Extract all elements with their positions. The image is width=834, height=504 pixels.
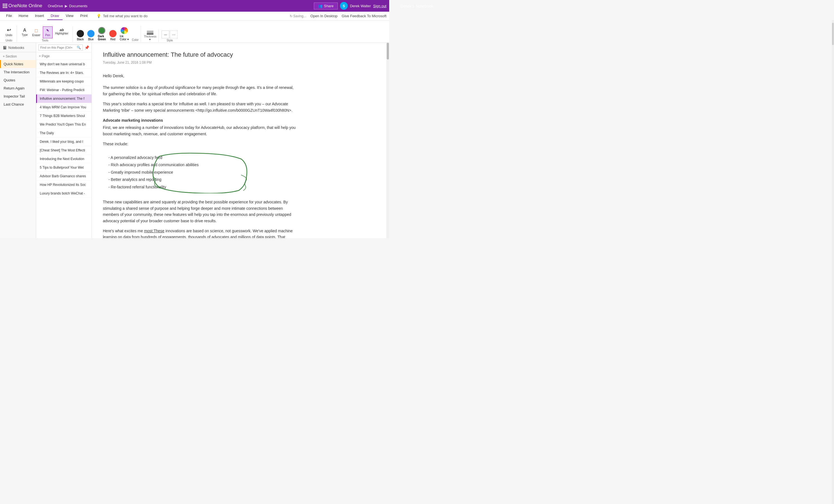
sign-out-link[interactable]: Sign out: [373, 4, 387, 8]
sidebar-item-quotes[interactable]: Quotes: [0, 76, 36, 84]
section-title: Advocate marketing innovations: [103, 117, 298, 123]
color-black[interactable]: Black: [75, 29, 85, 42]
add-page-button[interactable]: + Page: [36, 52, 91, 60]
page-item-15[interactable]: Luxury brands botch WeChat -: [36, 189, 91, 198]
type-button[interactable]: A Type: [20, 26, 30, 38]
page-search-input[interactable]: [40, 46, 77, 49]
main-layout: 📓 Notebooks + Section Quick Notes The In…: [0, 43, 389, 238]
ribbon-tabs: File Home Insert Draw View Print 💡 Tell …: [0, 12, 389, 21]
list-item-2: - Greatly improved mobile experience: [108, 169, 292, 176]
thickness-chevron: ▾: [149, 38, 151, 41]
notebook-icon: 📓: [3, 46, 7, 50]
breadcrumb-part1[interactable]: OneDrive: [48, 4, 63, 8]
ink-color-icon: [120, 27, 128, 34]
color-red[interactable]: Red: [108, 29, 117, 42]
tab-insert[interactable]: Insert: [32, 12, 47, 20]
top-bar-right: 👥 Share S Derek Walter Sign out: [314, 2, 387, 10]
note-meta: Tuesday, June 21, 2016 1:08 PM: [103, 61, 375, 65]
pages-header: 🔍 📌: [36, 43, 91, 52]
page-item-4[interactable]: Influitive announcement: The f: [36, 94, 91, 103]
page-item-8[interactable]: The Daily: [36, 129, 91, 138]
page-search-box[interactable]: 🔍: [38, 44, 83, 50]
black-circle: [77, 30, 84, 37]
eraser-icon: ◻: [35, 28, 38, 33]
notebooks-header[interactable]: 📓 Notebooks: [0, 44, 36, 51]
add-section-button[interactable]: + Section: [0, 53, 36, 60]
sidebar-item-inspector-tail[interactable]: Inspector Tail: [0, 92, 36, 100]
page-item-1[interactable]: The Reviews are In: 4+ Stars.: [36, 69, 91, 77]
pages-list: Why don't we have universal b The Review…: [36, 60, 91, 238]
saving-refresh-icon: ↻: [290, 14, 292, 18]
black-label: Black: [77, 38, 84, 41]
list-items: - A personalized advocacy feed - Rich ad…: [108, 154, 292, 191]
page-item-0[interactable]: Why don't we have universal b: [36, 60, 91, 69]
thickness-line-thick: [147, 33, 153, 35]
tab-print[interactable]: Print: [77, 12, 91, 20]
pin-icon[interactable]: 📌: [85, 45, 89, 50]
ribbon-search[interactable]: 💡 Tell me what you want to do: [96, 14, 147, 18]
style-solid-button[interactable]: —: [161, 30, 169, 38]
note-body: Hello Derek, The summer solstice is a da…: [103, 73, 298, 238]
pen-button[interactable]: ✒ Pen: [43, 26, 52, 38]
user-name[interactable]: Derek Walter: [350, 4, 371, 8]
intersection-label: The Intersection: [4, 70, 29, 74]
sidebar-item-return-again[interactable]: Return Again: [0, 84, 36, 92]
ribbon-search-label: Tell me what you want to do: [103, 14, 147, 18]
pages-panel: 🔍 📌 + Page Why don't we have universal b…: [36, 43, 92, 238]
para4-underline: most:These: [144, 229, 164, 233]
breadcrumb-part2[interactable]: Documents: [69, 4, 88, 8]
add-page-label: + Page: [39, 54, 49, 58]
list-item-1: - Rich advocacy profiles and communicati…: [108, 161, 292, 169]
red-label: Red: [110, 38, 115, 41]
tab-file[interactable]: File: [3, 12, 15, 20]
these-include: These include:: [103, 141, 298, 147]
color-blue[interactable]: Blue: [86, 29, 96, 42]
page-item-12[interactable]: 5 Tips to Bulletproof Your Wet: [36, 163, 91, 172]
section-intro: First, we are releasing a number of inno…: [103, 124, 298, 137]
content-area[interactable]: Influitive announcement: The future of a…: [92, 43, 387, 238]
ribbon-actions-right: ↻ Saving... Open In Desktop Give Feedbac…: [290, 14, 387, 18]
colors-group: Black Blue DarkGreen Red: [73, 26, 141, 42]
app-title: OneNote Online: [8, 3, 42, 8]
page-item-7[interactable]: We Predict You'll Open This En: [36, 120, 91, 129]
sidebar-item-quick-notes[interactable]: Quick Notes: [0, 60, 36, 68]
list-item-0: - A personalized advocacy feed: [108, 154, 292, 161]
page-item-11[interactable]: Introducing the Next Evolution: [36, 155, 91, 163]
page-item-13[interactable]: Advisor Barb Giamanco shares: [36, 172, 91, 181]
ink-color-button[interactable]: InkColor ▾: [119, 26, 130, 42]
sidebar-item-the-intersection[interactable]: The Intersection: [0, 68, 36, 76]
inspector-tail-label: Inspector Tail: [4, 94, 25, 98]
page-item-6[interactable]: 7 Things B2B Marketers Shoul: [36, 112, 91, 120]
type-label: Type: [22, 33, 28, 37]
content-scrollbar[interactable]: [387, 43, 389, 238]
color-dark-green[interactable]: DarkGreen: [97, 26, 107, 42]
sidebar-item-last-chance[interactable]: Last Chance: [0, 100, 36, 108]
highlighter-button[interactable]: ab Highlighter: [53, 26, 70, 38]
give-feedback-link[interactable]: Give Feedback To Microsoft: [342, 14, 387, 18]
page-item-5[interactable]: 4 Ways MRM Can Improve You: [36, 103, 91, 112]
thickness-line-thin: [147, 31, 153, 31]
highlighter-label: Highlighter: [55, 32, 68, 35]
tools-group: A Type ◻ Eraser ✒ Pen ab Highlighter Too…: [18, 26, 73, 42]
share-button[interactable]: 👥 Share: [314, 2, 338, 9]
undo-button[interactable]: ↩ Undo: [3, 26, 15, 38]
page-item-3[interactable]: FW: Webinar - Putting Predicti: [36, 86, 91, 94]
eraser-button[interactable]: ◻ Eraser: [30, 26, 42, 38]
tab-draw[interactable]: Draw: [47, 12, 62, 20]
saving-text-label: Saving...: [293, 14, 306, 18]
share-label: Share: [324, 4, 334, 8]
page-item-10[interactable]: [Cheat Sheet] The Most Effecti: [36, 146, 91, 155]
open-desktop-link[interactable]: Open In Desktop: [310, 14, 338, 18]
thickness-button[interactable]: Thickness ▾: [141, 30, 159, 42]
page-item-2[interactable]: Millennials are keeping coupo: [36, 77, 91, 86]
top-bar: OneNote Online OneDrive ▶ Documents Dere…: [0, 0, 389, 12]
style-dashed-button[interactable]: - -: [170, 30, 178, 38]
dark-green-label: DarkGreen: [98, 35, 106, 41]
page-item-14[interactable]: How HP Revolutionized Its Soc: [36, 181, 91, 189]
skype-button[interactable]: S: [340, 2, 348, 10]
blue-label: Blue: [88, 38, 94, 41]
tab-home[interactable]: Home: [15, 12, 32, 20]
apps-grid-button[interactable]: [3, 4, 5, 7]
page-item-9[interactable]: Derek. I liked your blog, and I: [36, 138, 91, 146]
tab-view[interactable]: View: [63, 12, 77, 20]
